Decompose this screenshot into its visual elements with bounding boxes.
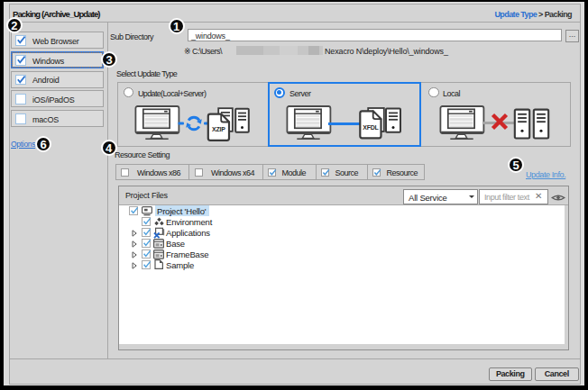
svg-text:XFDL: XFDL — [363, 124, 379, 131]
svg-text:XZIP: XZIP — [212, 126, 225, 132]
